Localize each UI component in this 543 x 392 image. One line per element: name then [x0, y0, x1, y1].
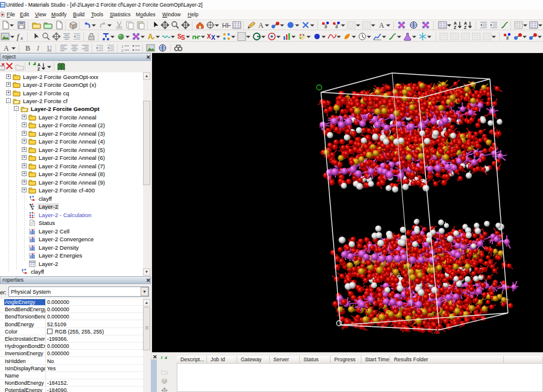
svg-text:A: A — [454, 21, 457, 25]
svg-text:HH: HH — [222, 22, 230, 29]
svg-text:A: A — [4, 44, 9, 52]
svg-text:S: S — [181, 34, 185, 41]
svg-text:f: f — [17, 33, 20, 41]
svg-text:A: A — [258, 21, 264, 30]
svg-text:2: 2 — [121, 49, 124, 52]
svg-text:X: X — [211, 34, 215, 41]
svg-text:A: A — [37, 63, 40, 67]
svg-text:A: A — [379, 21, 384, 30]
svg-text:B: B — [25, 44, 30, 52]
svg-text:A: A — [148, 33, 153, 41]
svg-text:X: X — [207, 33, 211, 40]
svg-text:Z: Z — [464, 25, 467, 30]
svg-text:Z: Z — [37, 67, 40, 71]
svg-text:1: 1 — [121, 45, 124, 48]
svg-text:I: I — [36, 44, 40, 52]
svg-text:A: A — [464, 21, 467, 25]
svg-text:Z: Z — [454, 25, 457, 30]
svg-text:U: U — [47, 44, 52, 51]
svg-text:x: x — [20, 35, 23, 41]
